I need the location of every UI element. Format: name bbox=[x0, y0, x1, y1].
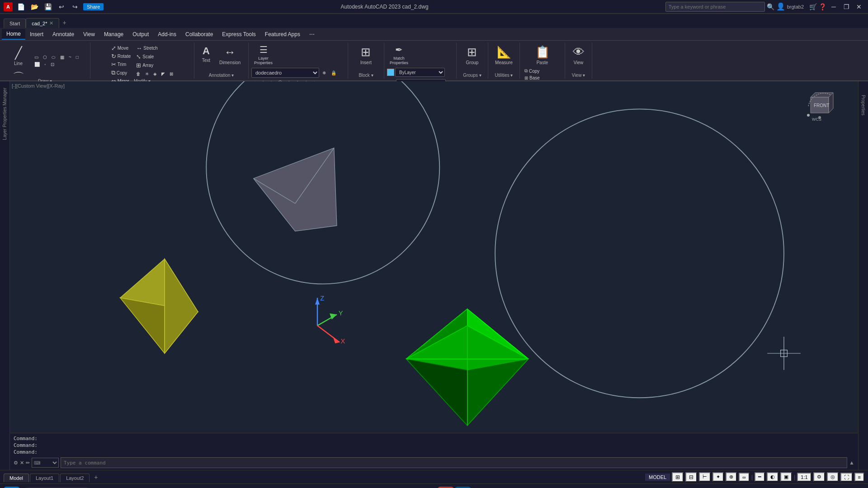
base-button[interactable]: ⊞ Base bbox=[523, 75, 562, 81]
offset-button[interactable]: ◈ bbox=[151, 71, 159, 77]
tab-manage[interactable]: Manage bbox=[99, 29, 128, 39]
measure-button[interactable]: 📐 Measure bbox=[491, 43, 516, 67]
layout-model-tab[interactable]: Model bbox=[4, 474, 29, 482]
wipeout-button[interactable]: ⬜ bbox=[33, 61, 42, 67]
layer-dropdown[interactable]: dodecaedro bbox=[251, 68, 319, 78]
rotate-button[interactable]: ↻ Rotate bbox=[109, 52, 132, 60]
insert-button[interactable]: ⊞ Insert bbox=[357, 43, 375, 67]
taskbar-game1-icon[interactable]: 🎮 bbox=[335, 487, 351, 488]
ortho-button[interactable]: ⊢ bbox=[699, 472, 711, 482]
taskbar-revit-icon[interactable]: R bbox=[455, 487, 471, 488]
canvas-area[interactable]: [-][Custom View][X-Ray] bbox=[10, 81, 858, 470]
ellipse-button[interactable]: ⬭ bbox=[50, 54, 57, 61]
array-button[interactable]: ⊞ Array bbox=[134, 61, 175, 69]
tab-start[interactable]: Start bbox=[4, 19, 26, 28]
group-button[interactable]: ⊞ Group bbox=[462, 43, 482, 67]
undo-button[interactable]: ↩ bbox=[56, 2, 67, 11]
tab-view[interactable]: View bbox=[79, 29, 99, 39]
boundary-button[interactable]: ⊡ bbox=[49, 61, 56, 67]
revision-button[interactable]: ◦ bbox=[42, 61, 48, 67]
cmd-options-dropdown[interactable]: ⌨ bbox=[32, 458, 59, 468]
tab-home[interactable]: Home bbox=[2, 29, 25, 40]
taskbar-powerpoint-icon[interactable]: 📑 bbox=[300, 487, 316, 488]
lineweight-status-button[interactable]: ━ bbox=[755, 472, 765, 482]
taskbar-discord-icon[interactable]: 🎮 bbox=[214, 487, 231, 488]
layer-properties-button[interactable]: ☰ LayerProperties bbox=[251, 43, 275, 66]
layout-layout2-tab[interactable]: Layout2 bbox=[60, 474, 90, 482]
cmd-settings-icon[interactable]: ⚙ bbox=[14, 460, 18, 466]
transparency-button[interactable]: ◐ bbox=[767, 472, 778, 482]
open-button[interactable]: 📂 bbox=[29, 2, 40, 11]
match-properties-button[interactable]: ✒ MatchProperties bbox=[387, 43, 411, 66]
polar-button[interactable]: ✦ bbox=[712, 472, 724, 482]
new-button[interactable]: 📄 bbox=[15, 2, 26, 11]
color-dropdown[interactable]: ByLayer bbox=[395, 68, 445, 77]
minimize-button[interactable]: ─ bbox=[828, 2, 839, 11]
tab-cad2[interactable]: cad_2* ✕ bbox=[26, 18, 59, 28]
tab-collaborate[interactable]: Collaborate bbox=[181, 29, 217, 39]
tab-add-button[interactable]: + bbox=[59, 17, 70, 28]
tab-more[interactable]: ⋯ bbox=[305, 29, 319, 39]
cmd-pencil-icon[interactable]: ✏ bbox=[26, 460, 30, 466]
taskbar-qgis-icon[interactable]: 🗺 bbox=[352, 487, 368, 488]
tab-close-icon[interactable]: ✕ bbox=[49, 20, 53, 26]
layer-lock-button[interactable]: 🔒 bbox=[329, 70, 338, 76]
taskbar-onenote-icon[interactable]: 🗒 bbox=[266, 487, 282, 488]
tab-addins[interactable]: Add-ins bbox=[153, 29, 181, 39]
restore-button[interactable]: ❐ bbox=[841, 2, 852, 11]
erase-button[interactable]: 🗑 bbox=[134, 71, 142, 77]
taskbar-filezilla-icon[interactable]: 📤 bbox=[317, 487, 334, 488]
grid-button[interactable]: ⊞ bbox=[672, 472, 684, 482]
chamfer-button[interactable]: ◤ bbox=[160, 71, 167, 77]
clipboard-copy-button[interactable]: ⧉ Copy bbox=[523, 68, 562, 74]
redo-button[interactable]: ↪ bbox=[70, 2, 80, 11]
dimension-button[interactable]: ↔ Dimension bbox=[216, 43, 244, 67]
taskbar-office-icon[interactable]: 📊 bbox=[283, 487, 299, 488]
stretch-button[interactable]: ↔ Stretch bbox=[134, 44, 175, 52]
layer-properties-manager-label[interactable]: Layer Properties Manager bbox=[2, 86, 7, 142]
cmd-scroll-up-icon[interactable]: ▲ bbox=[849, 460, 854, 466]
osnap-button[interactable]: ⊕ bbox=[726, 472, 737, 482]
tab-output[interactable]: Output bbox=[128, 29, 153, 39]
polygon-button[interactable]: ⬡ bbox=[41, 54, 49, 61]
taskbar-whatsapp-icon[interactable]: 💬 bbox=[197, 487, 213, 488]
move-button[interactable]: ⤢ Move bbox=[109, 44, 132, 52]
explode-button[interactable]: ✳ bbox=[143, 71, 151, 77]
layout-layout1-tab[interactable]: Layout1 bbox=[30, 474, 59, 482]
taskbar-netflix-icon[interactable]: N bbox=[180, 487, 196, 488]
tab-annotate[interactable]: Annotate bbox=[48, 29, 79, 39]
taskbar-mail-icon[interactable]: ✉ bbox=[146, 487, 162, 488]
paste-button[interactable]: 📋 Paste bbox=[523, 43, 562, 67]
taskbar-store-icon[interactable]: 🛍 bbox=[128, 487, 145, 488]
layout-add-tab[interactable]: + bbox=[90, 472, 101, 482]
taskbar-explorer-icon[interactable]: 📁 bbox=[249, 487, 265, 488]
tab-featured[interactable]: Featured Apps bbox=[260, 29, 305, 39]
help-icon[interactable]: ❓ bbox=[819, 3, 826, 10]
taskbar-game2-icon[interactable]: ⚔ bbox=[403, 487, 420, 488]
taskbar-python-icon[interactable]: 🐍 bbox=[420, 487, 437, 488]
spline-button[interactable]: ~ bbox=[67, 54, 73, 61]
properties-panel-label[interactable]: Properties bbox=[861, 95, 866, 116]
workspace-button[interactable]: ⚙ bbox=[813, 472, 825, 482]
rectangle-button[interactable]: ▭ bbox=[33, 54, 40, 61]
scale-button[interactable]: ⤡ Scale bbox=[134, 53, 175, 61]
break-button[interactable]: ⊠ bbox=[168, 71, 175, 77]
customize-button[interactable]: ≡ bbox=[854, 473, 864, 482]
taskbar-music-icon[interactable]: 🎵 bbox=[386, 487, 402, 488]
trim-button[interactable]: ✂ Trim bbox=[109, 61, 132, 68]
save-button[interactable]: 💾 bbox=[42, 2, 53, 11]
annotation-scale-button[interactable]: 1:1 bbox=[797, 473, 811, 482]
taskbar-firefox-icon[interactable]: 🦊 bbox=[231, 487, 248, 488]
cmd-close-icon[interactable]: ✕ bbox=[20, 460, 24, 466]
taskbar-autocad-icon[interactable]: A bbox=[438, 487, 454, 488]
text-button[interactable]: A Text bbox=[198, 43, 214, 65]
taskbar-files-icon[interactable]: 🗂 bbox=[94, 487, 110, 488]
tab-express[interactable]: Express Tools bbox=[217, 29, 260, 39]
search-input[interactable] bbox=[665, 2, 765, 12]
viewport-cube[interactable]: FRONT WCS bbox=[804, 88, 835, 120]
view-button[interactable]: 👁 View bbox=[569, 43, 588, 67]
taskbar-photos-icon[interactable]: 🖼 bbox=[163, 487, 179, 488]
close-button[interactable]: ✕ bbox=[854, 2, 864, 11]
share-button[interactable]: Share bbox=[83, 3, 104, 10]
tab-insert[interactable]: Insert bbox=[25, 29, 48, 39]
